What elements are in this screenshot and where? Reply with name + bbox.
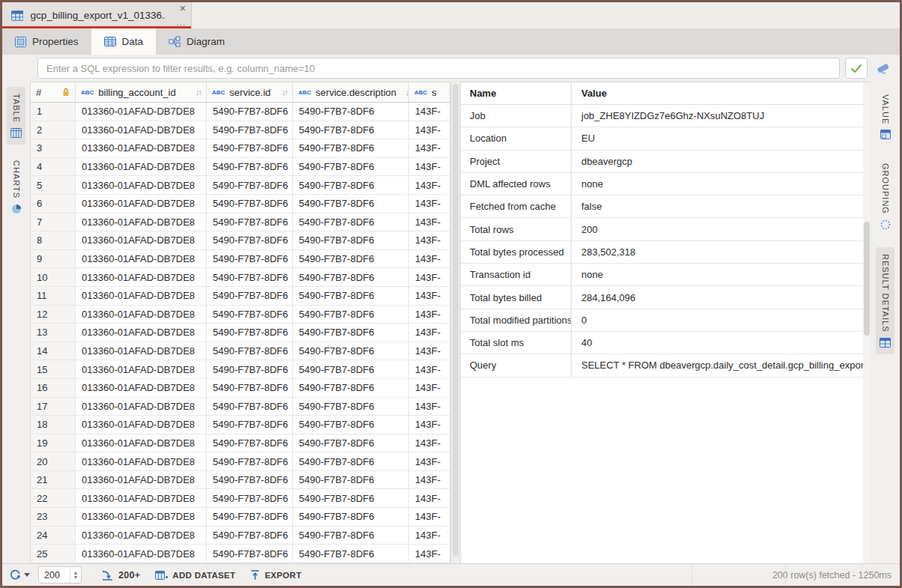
scrollbar-thumb[interactable] — [452, 84, 458, 556]
details-row[interactable]: Total bytes billed284,164,096 — [461, 286, 871, 309]
grid-cell[interactable]: 5490-F7B7-8DF6 — [293, 342, 409, 361]
row-number[interactable]: 1 — [31, 103, 76, 121]
clear-filter-button[interactable] — [873, 58, 892, 78]
grid-cell[interactable]: 013360-01AFAD-DB7DE8 — [76, 398, 207, 416]
grid-cell[interactable]: 013360-01AFAD-DB7DE8 — [76, 268, 207, 287]
grid-cell[interactable]: 5490-F7B7-8DF6 — [293, 452, 409, 471]
editor-tab[interactable]: gcp_billing_export_v1_01336... × ... — [2, 2, 192, 28]
grid-cell[interactable]: 5490-F7B7-8DF6 — [293, 471, 409, 490]
grid-cell[interactable]: 013360-01AFAD-DB7DE8 — [76, 342, 207, 361]
grid-vertical-scrollbar[interactable] — [451, 82, 460, 563]
column-header-truncated[interactable]: ABC s — [409, 82, 450, 102]
grid-cell[interactable]: 143F- — [409, 231, 450, 250]
grid-cell[interactable]: 5490-F7B7-8DF6 — [293, 121, 409, 140]
grid-cell[interactable]: 013360-01AFAD-DB7DE8 — [76, 508, 207, 527]
tab-overflow-icon[interactable]: ... — [177, 19, 186, 25]
grid-cell[interactable]: 5490-F7B7-8DF6 — [207, 360, 293, 379]
grid-cell[interactable]: 013360-01AFAD-DB7DE8 — [76, 306, 207, 324]
grid-cell[interactable]: 143F- — [409, 195, 450, 213]
row-number[interactable]: 14 — [31, 342, 76, 361]
row-number[interactable]: 15 — [31, 360, 76, 379]
tab-properties[interactable]: Properties — [2, 28, 91, 55]
tab-data[interactable]: Data — [91, 28, 157, 55]
grid-cell[interactable]: 013360-01AFAD-DB7DE8 — [76, 195, 207, 213]
grid-cell[interactable]: 5490-F7B7-8DF6 — [293, 398, 409, 416]
grid-cell[interactable]: 143F- — [409, 342, 450, 361]
grid-cell[interactable]: 5490-F7B7-8DF6 — [207, 452, 293, 471]
fetch-size-input[interactable] — [39, 567, 70, 583]
column-header-service-id[interactable]: ABC service.id ↓↑ — [207, 82, 293, 102]
grid-cell[interactable]: 013360-01AFAD-DB7DE8 — [76, 545, 207, 563]
grid-cell[interactable]: 013360-01AFAD-DB7DE8 — [76, 452, 207, 471]
details-row[interactable]: Fetched from cachefalse — [461, 196, 871, 218]
grid-cell[interactable]: 143F- — [409, 176, 450, 195]
grid-cell[interactable]: 5490-F7B7-8DF6 — [293, 489, 409, 508]
grid-cell[interactable]: 5490-F7B7-8DF6 — [207, 527, 293, 545]
row-number[interactable]: 16 — [31, 379, 76, 398]
grid-cell[interactable]: 013360-01AFAD-DB7DE8 — [76, 103, 207, 121]
grid-cell[interactable]: 5490-F7B7-8DF6 — [293, 434, 409, 453]
row-number[interactable]: 4 — [31, 158, 76, 177]
grid-cell[interactable]: 013360-01AFAD-DB7DE8 — [76, 416, 207, 434]
grid-cell[interactable]: 013360-01AFAD-DB7DE8 — [76, 379, 207, 398]
grid-cell[interactable]: 013360-01AFAD-DB7DE8 — [76, 231, 207, 250]
fetch-next-page-button[interactable]: 200+ — [101, 570, 140, 581]
grid-cell[interactable]: 5490-F7B7-8DF6 — [293, 360, 409, 379]
grid-cell[interactable]: 5490-F7B7-8DF6 — [207, 231, 293, 250]
column-header-service-description[interactable]: ABC service.description ↓↑ — [293, 82, 409, 102]
grid-cell[interactable]: 143F- — [409, 103, 450, 121]
grid-cell[interactable]: 013360-01AFAD-DB7DE8 — [76, 121, 207, 140]
grid-cell[interactable]: 5490-F7B7-8DF6 — [293, 250, 409, 269]
grid-cell[interactable]: 5490-F7B7-8DF6 — [293, 306, 409, 324]
grid-cell[interactable]: 5490-F7B7-8DF6 — [293, 324, 409, 342]
grid-cell[interactable]: 013360-01AFAD-DB7DE8 — [76, 471, 207, 490]
grid-cell[interactable]: 5490-F7B7-8DF6 — [293, 195, 409, 213]
row-number[interactable]: 18 — [31, 416, 76, 434]
grid-cell[interactable]: 143F- — [409, 268, 450, 287]
grid-cell[interactable]: 5490-F7B7-8DF6 — [207, 195, 293, 213]
grid-cell[interactable]: 5490-F7B7-8DF6 — [207, 434, 293, 453]
grid-cell[interactable]: 013360-01AFAD-DB7DE8 — [76, 158, 207, 177]
stepper-down-icon[interactable]: ▼ — [73, 575, 79, 580]
grid-cell[interactable]: 5490-F7B7-8DF6 — [207, 103, 293, 121]
grid-cell[interactable]: 013360-01AFAD-DB7DE8 — [76, 489, 207, 508]
row-number[interactable]: 24 — [31, 527, 76, 545]
details-row[interactable]: Projectdbeavergcp — [461, 151, 871, 173]
details-row[interactable]: Total bytes processed283,502,318 — [461, 241, 871, 264]
grid-cell[interactable]: 143F- — [409, 545, 450, 563]
grid-cell[interactable]: 5490-F7B7-8DF6 — [293, 158, 409, 177]
grid-cell[interactable]: 143F- — [409, 452, 450, 471]
row-number[interactable]: 2 — [31, 121, 76, 140]
row-number[interactable]: 9 — [31, 250, 76, 269]
grid-cell[interactable]: 5490-F7B7-8DF6 — [207, 213, 293, 232]
details-row[interactable]: DML affected rowsnone — [461, 173, 871, 196]
grid-cell[interactable]: 013360-01AFAD-DB7DE8 — [76, 527, 207, 545]
grid-cell[interactable]: 5490-F7B7-8DF6 — [293, 527, 409, 545]
details-scrollbar-thumb[interactable] — [864, 222, 870, 336]
grid-cell[interactable]: 143F- — [409, 379, 450, 398]
grid-cell[interactable]: 143F- — [409, 508, 450, 527]
grid-cell[interactable]: 5490-F7B7-8DF6 — [207, 306, 293, 324]
grid-cell[interactable]: 5490-F7B7-8DF6 — [207, 416, 293, 434]
sql-filter-input[interactable] — [37, 58, 840, 79]
grid-cell[interactable]: 143F- — [409, 434, 450, 453]
row-number[interactable]: 20 — [31, 452, 76, 471]
details-row[interactable]: QuerySELECT * FROM dbeavergcp.daily_cost… — [461, 354, 871, 377]
row-number[interactable]: 8 — [31, 231, 76, 250]
grid-cell[interactable]: 5490-F7B7-8DF6 — [207, 324, 293, 342]
grid-cell[interactable]: 013360-01AFAD-DB7DE8 — [76, 176, 207, 195]
grid-cell[interactable]: 143F- — [409, 527, 450, 545]
grid-cell[interactable]: 013360-01AFAD-DB7DE8 — [76, 287, 207, 306]
grid-cell[interactable]: 5490-F7B7-8DF6 — [207, 139, 293, 158]
grid-cell[interactable]: 143F- — [409, 306, 450, 324]
grid-cell[interactable]: 143F- — [409, 139, 450, 158]
grid-cell[interactable]: 5490-F7B7-8DF6 — [207, 342, 293, 361]
grid-cell[interactable]: 5490-F7B7-8DF6 — [293, 416, 409, 434]
grid-cell[interactable]: 5490-F7B7-8DF6 — [207, 287, 293, 306]
grid-cell[interactable]: 5490-F7B7-8DF6 — [207, 121, 293, 140]
apply-filter-button[interactable] — [845, 58, 868, 79]
grid-cell[interactable]: 5490-F7B7-8DF6 — [293, 103, 409, 121]
tab-table[interactable]: TABLE — [7, 87, 25, 145]
grid-cell[interactable]: 143F- — [409, 416, 450, 434]
grid-cell[interactable]: 5490-F7B7-8DF6 — [207, 250, 293, 269]
